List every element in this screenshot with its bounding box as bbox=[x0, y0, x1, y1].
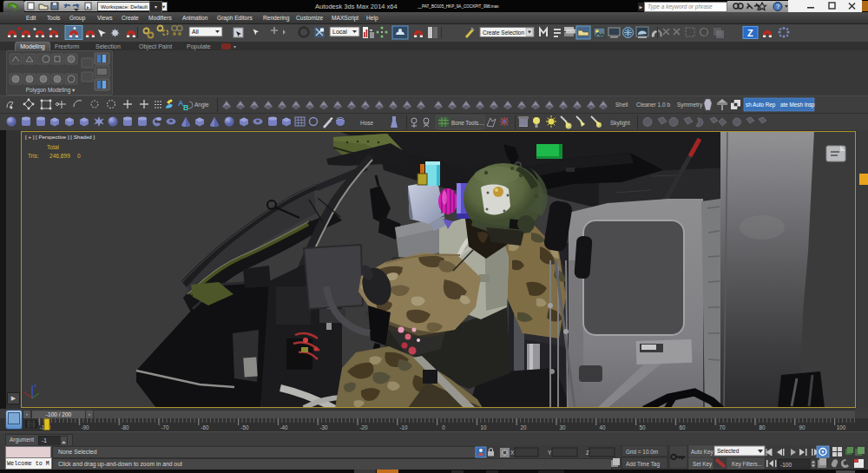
svg-text:[ + ] [ Perspective ] [ Shaded: [ + ] [ Perspective ] [ Shaded ] bbox=[25, 134, 95, 140]
svg-text:-50: -50 bbox=[240, 424, 249, 430]
svg-text:Shell: Shell bbox=[615, 102, 628, 108]
svg-text:Hose: Hose bbox=[360, 120, 374, 126]
svg-text:40: 40 bbox=[599, 424, 606, 430]
svg-text:50: 50 bbox=[639, 424, 646, 430]
svg-text:Create Selection Se: Create Selection Se bbox=[483, 30, 533, 36]
svg-text:-80: -80 bbox=[121, 424, 129, 430]
svg-text:20: 20 bbox=[520, 424, 527, 430]
svg-text:-10: -10 bbox=[399, 424, 408, 430]
svg-text:-30: -30 bbox=[319, 424, 328, 430]
svg-text:Set Key: Set Key bbox=[693, 461, 713, 468]
svg-text:-40: -40 bbox=[279, 424, 288, 430]
svg-text:Cleaner 1.0 b: Cleaner 1.0 b bbox=[636, 102, 670, 108]
svg-text:-100: -100 bbox=[780, 462, 792, 468]
svg-text:All: All bbox=[192, 29, 199, 35]
svg-text:0: 0 bbox=[442, 424, 445, 430]
svg-text:Selected: Selected bbox=[717, 448, 740, 454]
svg-text:Symmetry: Symmetry bbox=[677, 102, 703, 108]
svg-text:-20: -20 bbox=[359, 424, 368, 430]
svg-text:10: 10 bbox=[480, 424, 487, 430]
svg-text:Skylight: Skylight bbox=[610, 120, 630, 127]
svg-text:-60: -60 bbox=[201, 424, 209, 430]
svg-text:B: B bbox=[183, 103, 189, 112]
svg-text:Angle: Angle bbox=[194, 102, 209, 108]
svg-text:Bone Tools....: Bone Tools.... bbox=[451, 120, 484, 126]
svg-text:Grid = 10.0m: Grid = 10.0m bbox=[626, 449, 658, 455]
svg-text:Tris:: Tris: bbox=[28, 153, 39, 159]
svg-text:90: 90 bbox=[799, 424, 806, 430]
svg-text:ate Mesh Insp: ate Mesh Insp bbox=[780, 102, 815, 108]
svg-text:Local: Local bbox=[332, 29, 347, 35]
svg-text:?: ? bbox=[776, 3, 780, 10]
svg-text:sh Auto Rep: sh Auto Rep bbox=[746, 102, 776, 108]
svg-text:-70: -70 bbox=[161, 424, 169, 430]
svg-text:Total: Total bbox=[47, 144, 59, 150]
svg-text:30: 30 bbox=[559, 424, 566, 430]
svg-text:70: 70 bbox=[719, 424, 726, 430]
svg-text:100: 100 bbox=[837, 424, 846, 430]
svg-text:-90: -90 bbox=[81, 424, 89, 430]
svg-text:60: 60 bbox=[679, 424, 686, 430]
svg-text:246,899: 246,899 bbox=[49, 153, 70, 159]
svg-text:0: 0 bbox=[77, 153, 81, 159]
svg-text:Z: Z bbox=[747, 28, 753, 38]
svg-text:80: 80 bbox=[759, 424, 766, 430]
svg-text:Auto Key: Auto Key bbox=[691, 449, 713, 456]
svg-text:Key Filters...: Key Filters... bbox=[732, 461, 762, 468]
svg-text:Add Time Tag: Add Time Tag bbox=[626, 461, 660, 468]
svg-text:z: z bbox=[34, 383, 36, 388]
